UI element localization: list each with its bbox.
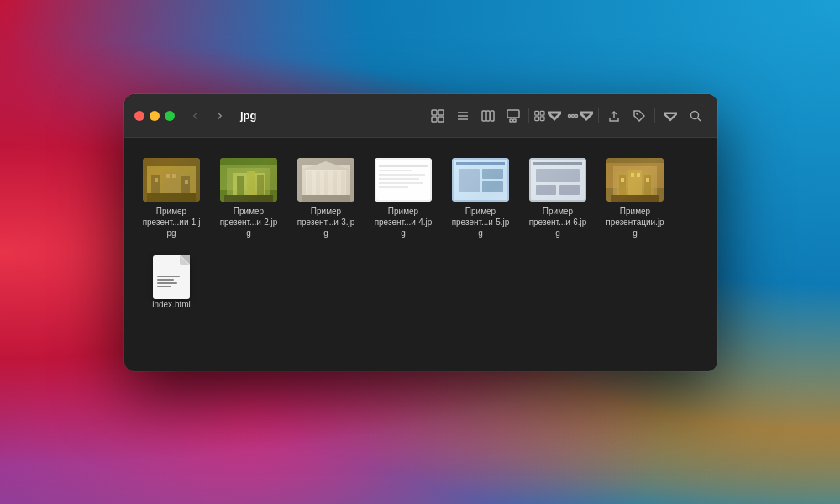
file-thumbnail (606, 158, 664, 202)
svg-rect-11 (510, 119, 512, 122)
svg-rect-14 (540, 111, 544, 115)
file-thumbnail (220, 158, 277, 202)
file-item[interactable]: Пример презент...и-2.jpg (215, 155, 282, 242)
file-item[interactable]: Пример презент...и-5.jpg (447, 155, 514, 242)
svg-point-23 (636, 113, 638, 114)
back-button[interactable] (186, 107, 205, 125)
file-thumbnail (297, 158, 354, 202)
file-name: Пример презент...и-5.jpg (450, 206, 511, 239)
svg-rect-8 (486, 111, 490, 121)
path-label: jpg (240, 109, 414, 122)
svg-rect-53 (302, 195, 350, 202)
view-gallery-button[interactable] (501, 104, 525, 128)
doc-corner (181, 255, 190, 265)
svg-rect-67 (482, 169, 503, 179)
svg-rect-16 (540, 116, 544, 120)
view-list-button[interactable] (451, 104, 475, 128)
share-button[interactable] (602, 104, 626, 128)
svg-rect-36 (185, 180, 188, 184)
svg-rect-31 (181, 176, 190, 196)
file-name: Пример презент...и-3.jpg (296, 206, 356, 239)
groupby-button[interactable] (533, 104, 563, 128)
tag-button[interactable] (627, 104, 651, 128)
svg-rect-30 (164, 171, 179, 196)
file-item[interactable]: Пример презент...и-4.jpg (370, 155, 437, 242)
svg-rect-15 (535, 116, 539, 120)
svg-marker-21 (580, 113, 593, 119)
svg-rect-58 (379, 170, 412, 171)
svg-rect-72 (536, 169, 580, 182)
svg-point-20 (575, 114, 578, 117)
svg-rect-49 (316, 171, 320, 195)
search-button[interactable] (684, 104, 707, 128)
svg-rect-44 (224, 195, 273, 202)
svg-rect-79 (619, 175, 626, 195)
toolbar-separator-1 (528, 108, 529, 123)
doc-line (157, 282, 177, 284)
svg-rect-52 (341, 171, 345, 195)
svg-rect-68 (482, 181, 503, 192)
finder-toolbar: jpg (124, 94, 717, 138)
file-name: Пример презент...ии-1.jpg (141, 206, 202, 239)
file-thumbnail (143, 158, 200, 202)
svg-line-26 (698, 118, 701, 121)
close-button[interactable] (134, 111, 144, 121)
svg-point-25 (691, 111, 699, 118)
svg-rect-81 (644, 175, 651, 195)
action-button[interactable] (564, 104, 595, 128)
file-thumbnail-html (143, 255, 200, 299)
html-file-icon (153, 255, 190, 299)
forward-button[interactable] (210, 107, 228, 125)
svg-rect-32 (147, 193, 196, 202)
svg-rect-66 (459, 169, 480, 192)
file-item-html[interactable]: index.html (138, 252, 205, 313)
file-item[interactable]: Пример презент...и-6.jpg (524, 155, 591, 242)
file-item[interactable]: Пример презентации.jpg (601, 155, 669, 242)
doc-line (157, 286, 171, 287)
svg-rect-35 (172, 174, 176, 178)
svg-rect-74 (559, 185, 580, 195)
minimize-button[interactable] (150, 111, 160, 121)
file-thumbnail (529, 158, 586, 202)
svg-rect-59 (379, 174, 425, 176)
file-item[interactable]: Пример презент...ии-1.jpg (138, 155, 205, 242)
svg-rect-12 (513, 119, 516, 122)
file-name: Пример презент...и-4.jpg (373, 206, 433, 239)
svg-rect-82 (621, 178, 624, 182)
doc-lines (153, 264, 190, 291)
view-icons-button[interactable] (426, 104, 449, 128)
maximize-button[interactable] (165, 111, 175, 121)
file-name: index.html (152, 299, 191, 310)
file-item[interactable]: Пример презент...и-3.jpg (292, 155, 360, 242)
finder-content: Пример презент...ии-1.jpg Пример презент… (124, 138, 717, 371)
file-name: Пример презент...и-2.jpg (218, 206, 279, 239)
svg-marker-24 (664, 113, 677, 119)
svg-rect-2 (432, 117, 437, 122)
svg-rect-1 (438, 110, 444, 115)
svg-rect-34 (166, 174, 170, 178)
svg-rect-3 (438, 117, 444, 122)
svg-rect-83 (631, 173, 634, 177)
svg-rect-33 (155, 178, 158, 182)
toolbar-separator-2 (598, 108, 599, 123)
svg-rect-0 (432, 110, 437, 115)
dropdown-button[interactable] (659, 104, 682, 128)
svg-rect-61 (379, 182, 423, 184)
doc-line (157, 279, 174, 281)
svg-rect-60 (379, 178, 419, 180)
finder-window: jpg (124, 94, 717, 371)
svg-rect-41 (237, 176, 244, 195)
svg-rect-7 (482, 111, 486, 121)
svg-rect-51 (333, 171, 337, 195)
svg-rect-57 (379, 165, 428, 167)
file-name: Пример презент...и-6.jpg (528, 206, 588, 239)
traffic-lights (134, 111, 175, 121)
svg-rect-13 (535, 111, 539, 115)
svg-rect-48 (307, 171, 312, 195)
view-columns-button[interactable] (476, 104, 500, 128)
svg-rect-50 (324, 171, 328, 195)
svg-marker-17 (548, 113, 561, 119)
file-thumbnail (452, 158, 509, 202)
svg-rect-43 (257, 175, 264, 195)
toolbar-separator-3 (654, 108, 655, 123)
